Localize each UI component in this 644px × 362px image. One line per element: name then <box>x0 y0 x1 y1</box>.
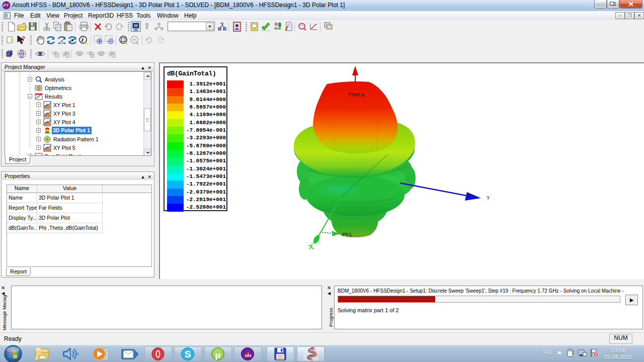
svg-text:?: ? <box>22 35 25 43</box>
svg-text:?: ? <box>10 37 14 44</box>
svg-text:Y: Y <box>487 195 490 201</box>
svg-text:ⅈ: ⅈ <box>82 37 84 43</box>
svg-text:S: S <box>185 349 191 359</box>
svg-text:Phi: Phi <box>342 232 352 238</box>
svg-text:µ: µ <box>215 350 221 360</box>
svg-text:Theta: Theta <box>348 92 364 98</box>
svg-text:rfd: rfd <box>36 155 42 156</box>
